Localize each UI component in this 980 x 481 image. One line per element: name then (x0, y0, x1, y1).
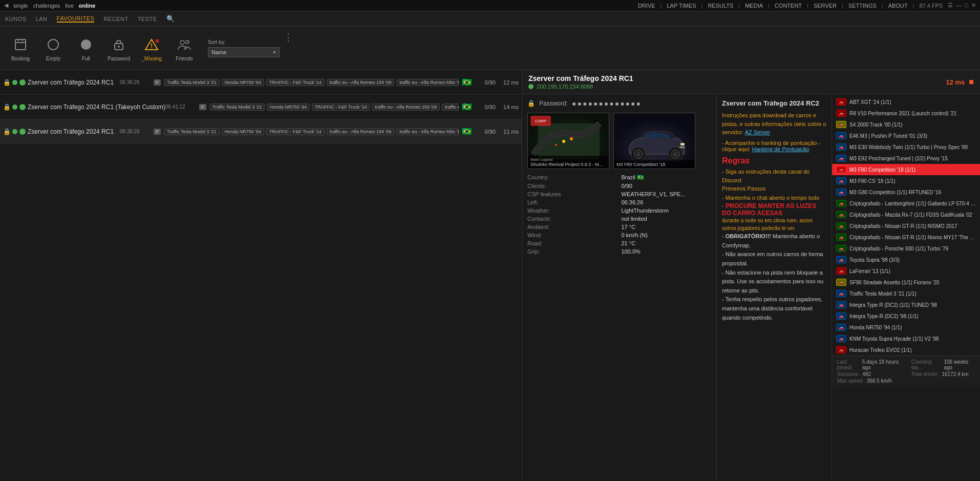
country-value: Brazil 🇧🇷 (622, 174, 712, 181)
list-item[interactable]: 🚗 M3 E30 Widebody Twin (1/1) Turbo | Prv… (832, 141, 980, 153)
password-button[interactable]: Password (103, 29, 134, 68)
car-item-name: Toyota Supra '98 (3/3) (849, 257, 976, 263)
list-item[interactable]: 🚗 Criptografado - Nissan GT-R (1/1) Nism… (832, 232, 980, 243)
track-image[interactable]: CSRP Main Layout Shutoko Revival Project… (527, 113, 609, 169)
list-item[interactable]: 🚗 Integra Type R (DC2) (1/1) TUNED '98 (832, 299, 980, 310)
list-item[interactable]: 🚗 M3 G80 Competiton (1/1) RFTUNED '16 (832, 186, 980, 198)
fps-display: 87.4 FPS (919, 3, 943, 9)
back-icon[interactable]: ◀ (4, 2, 8, 9)
sort-select[interactable]: Name Players Ping Track (208, 47, 280, 57)
more-options-icon[interactable]: ⋮ (284, 27, 293, 43)
friends-button[interactable]: Friends (169, 29, 200, 68)
server-name: Zserver com Tráfego 2024 RC1 (Takeyoh Cu… (28, 103, 165, 111)
nav-live[interactable]: live (65, 3, 74, 9)
car-item-name: Integra Type-R (DC2) '98 (1/1) (849, 313, 976, 319)
toolbar: Booking Empty Full Password (0, 27, 980, 70)
car-image[interactable]: M3 F80 Competition '18 (613, 113, 695, 169)
subnav-lan[interactable]: LAN (36, 16, 48, 22)
list-item[interactable]: 🚗 Toyota Supra '98 (3/3) (832, 254, 980, 265)
stat-total-driver: Total driven: 16172.4 km (911, 371, 975, 377)
nav-challenges[interactable]: challenges (33, 3, 60, 9)
server-ping: 14 ms (496, 104, 519, 110)
table-row[interactable]: 🔒 Zserver com Tráfego 2024 RC1 (Takeyoh … (0, 95, 522, 119)
list-item[interactable]: 🚗 KNM Toyota Supra Hycade (1/1) V2 '98 (832, 333, 980, 344)
lock-icon-small: 🔒 (527, 100, 535, 107)
sort-label: Sort by: (208, 39, 280, 45)
svg-point-27 (673, 152, 677, 156)
list-item[interactable]: 🚗 Huracan Trofeo EVO2 (1/1) (832, 344, 980, 355)
maximize-icon[interactable]: □ (965, 2, 968, 9)
friends-icon (175, 35, 194, 54)
wind-label: Wind: (527, 232, 617, 238)
nav-lap-times[interactable]: LAP TIMES (667, 3, 696, 9)
svg-point-18 (562, 140, 565, 143)
nav-online[interactable]: online (79, 3, 95, 9)
subnav-favourites[interactable]: FAVOURITES (57, 15, 95, 23)
car-icon: 🚗 (836, 267, 846, 275)
car-item-name: Criptografado - Porsche 930 (1/1) Turbo … (849, 246, 976, 252)
subnav-recent[interactable]: RECENT (103, 16, 128, 22)
list-item[interactable]: 🚗 S4 2000 Track '00 (1/1) (832, 119, 980, 130)
svg-point-5 (81, 39, 91, 50)
svg-point-13 (186, 40, 189, 44)
list-item[interactable]: 🚗 ABT XGT '24 (1/1) (832, 96, 980, 108)
cars-list: Traffic Tesla Model 3 '21 Honda NR750 '9… (164, 79, 459, 86)
car-icon: 🚗 (836, 110, 846, 117)
svg-point-7 (118, 46, 120, 48)
list-item[interactable]: 🚗 Criptografado - Nissan GT-R (1/1) NISM… (832, 220, 980, 232)
hanking-link[interactable]: Hanking de Pontuação (752, 146, 809, 152)
car-item-name: Criptografado - Nissan GT-R (1/1) Nismo … (849, 235, 976, 240)
detail-server-ip: 200.195.170.234:8088 (537, 83, 593, 90)
nav-single[interactable]: single (13, 3, 28, 9)
empty-button[interactable]: Empty (38, 29, 69, 68)
list-item[interactable]: 🚗 E46 M3 | Pushin P Tuned '01 (3/3) (832, 130, 980, 141)
nav-content[interactable]: CONTENT (775, 3, 802, 9)
list-item[interactable]: 🚗 M3 F80 CS '18 (1/1) (832, 175, 980, 186)
missing-button[interactable]: ! _Missing (136, 29, 167, 68)
hamburger-icon[interactable]: ☰ (948, 2, 953, 9)
booking-button[interactable]: Booking (5, 29, 36, 68)
list-item[interactable]: 🚗 Criptografado - Porsche 930 (1/1) Turb… (832, 243, 980, 254)
left-label: Left: (527, 199, 617, 205)
az-server-link[interactable]: AZ Server (745, 129, 771, 135)
server-time: 06:36:26 (120, 129, 151, 134)
search-icon[interactable]: 🔍 (166, 15, 175, 23)
subnav-kunos[interactable]: KUNOS (5, 16, 27, 22)
nav-about[interactable]: ABOUT (888, 3, 908, 9)
detail-main: 🔒 Password: ●●●●●●●●●●●●● (522, 94, 717, 481)
list-item[interactable]: 🚗 M3 F80 Competition '18 (1/1) (832, 164, 980, 175)
table-row[interactable]: 🔒 Zserver com Tráfego 2024 RC1 06:36:26 … (0, 119, 522, 144)
list-item[interactable]: 🚗 SF90 Stradale Assetto (1/1) Fiorano '2… (832, 277, 980, 288)
car-item-name: Criptografado - Mazda Rx-7 (1/1) FD3S Ga… (849, 212, 976, 218)
nav-results[interactable]: RESULTS (708, 3, 733, 9)
contacts-value: not limited (622, 216, 712, 222)
nav-drive[interactable]: DRIVE (638, 3, 655, 9)
nav-media[interactable]: MEDIA (745, 3, 763, 9)
list-item[interactable]: 🚗 Criptografado - Mazda Rx-7 (1/1) FD3S … (832, 209, 980, 220)
car-icon: 🚗 (836, 234, 846, 241)
p-badge: P (199, 104, 206, 110)
car-icon: 🚗 (836, 324, 846, 331)
list-item[interactable]: 🚗 M3 E92 Procharged Tuned | (2/2) Prvvy … (832, 153, 980, 164)
list-item[interactable]: 🚗 LaFerrari '13 (1/1) (832, 265, 980, 277)
nav-settings[interactable]: SETTINGS (848, 3, 877, 9)
close-icon[interactable]: ✕ (971, 2, 976, 9)
list-item[interactable]: 🚗 Traffic Tesla Model 3 '21 (1/1) (832, 288, 980, 299)
detail-header: Zserver com Tráfego 2024 RC1 200.195.170… (522, 70, 980, 94)
booking-icon (11, 35, 30, 54)
nav-server[interactable]: SERVER (814, 3, 837, 9)
rule-chat: - Mantenha o chat aberto o tempo todo (722, 194, 826, 203)
minimize-icon[interactable]: — (956, 2, 962, 9)
car-item-name: M3 E92 Procharged Tuned | (2/2) Prvvy '1… (849, 156, 976, 161)
list-item[interactable]: 🚗 Criptografado - Lamborgihini (1/1) Gal… (832, 198, 980, 209)
list-item[interactable]: 🚗 Integra Type-R (DC2) '98 (1/1) (832, 310, 980, 322)
table-row[interactable]: 🔒 Zserver com Tráfego 2024 RC1 06:36:26 … (0, 70, 522, 95)
detail-close-icon[interactable]: ■ (969, 77, 974, 87)
rule-comfymap: - OBRIGATÓRIO!!! Mantenha aberto o Comfy… (722, 232, 826, 250)
list-item[interactable]: 🚗 R8 V10 Performance 2021 (Launch contro… (832, 108, 980, 119)
subnav-teste[interactable]: TESTE (138, 16, 157, 22)
full-button[interactable]: Full (71, 29, 101, 68)
list-item[interactable]: 🚗 Honda NR750 '94 (1/1) (832, 322, 980, 333)
sort-wrapper: Name Players Ping Track (208, 47, 280, 57)
car-item-name: Criptografado - Lamborgihini (1/1) Galla… (849, 201, 976, 206)
